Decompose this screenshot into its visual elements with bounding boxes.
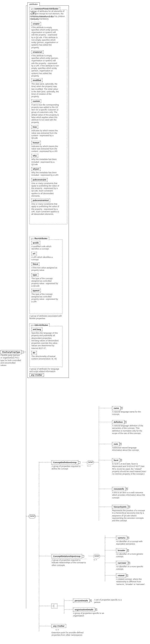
elem-desc: An identifier of a more specific concept… <box>116 566 148 570</box>
group-i18n-tab: grp i18nAttributes <box>29 323 50 327</box>
attr-desc: If the attribute is empty, specifies whi… <box>32 26 60 49</box>
group-flex-desc: A group of attributes associated with fl… <box>29 315 63 320</box>
conn <box>100 556 105 556</box>
elem-definition: definition <box>112 420 124 424</box>
group-flex-tab: grp flexAttributes <box>29 237 49 240</box>
attr-literal: literal <box>32 262 40 266</box>
conn <box>99 460 112 460</box>
elem-desc: A set of properties specific to a person <box>94 599 126 604</box>
attr-creator: creator <box>32 22 41 26</box>
any-attribute: any ##other <box>29 373 44 377</box>
attr-desc: The directionality of textual content (e… <box>32 355 60 360</box>
group-conceptrel: ConceptRelationshipsGroup <box>52 554 82 558</box>
conn <box>82 462 87 462</box>
attr-xmllang: xml:lang <box>32 328 42 331</box>
conn <box>39 462 52 462</box>
any-element: any ##other <box>52 624 66 628</box>
elem-remoteinfo: remoteInfo <box>112 487 126 491</box>
conn <box>99 507 112 507</box>
conn <box>99 489 112 489</box>
elem-desc: A link to an item or a web resource whic… <box>112 492 146 499</box>
attr-desc: Indicates by which means the value was e… <box>32 130 60 140</box>
conn <box>99 408 112 408</box>
sequence-compositor <box>93 554 100 558</box>
attr-typeuri: typeuri <box>32 289 41 292</box>
conn <box>64 610 73 610</box>
attr-whyuri: whyuri <box>32 167 40 171</box>
conn <box>58 606 64 606</box>
elem-desc: In NAR 1.8 and later, facet is deprecate… <box>112 463 147 475</box>
conn <box>24 352 26 352</box>
elem-hierarchyinfo: hierarchyInfo <box>112 505 128 509</box>
conn <box>105 575 116 576</box>
attr-type: type <box>32 273 38 277</box>
elem-broader: broader <box>116 548 127 552</box>
elem-desc: A related concept, where the relationshi… <box>116 578 150 586</box>
attr-modified: modified <box>32 78 42 82</box>
sequence-compositor <box>87 460 94 464</box>
cardinality: 0..∞ <box>56 629 59 631</box>
attr-desc: Why the metadata has been included - exp… <box>32 172 60 176</box>
attr-uri: uri <box>32 252 37 255</box>
elem-desc: An identifier of a concept with equivale… <box>116 540 148 546</box>
elem-desc: Represents the position of a concept in … <box>112 509 147 522</box>
elem-persondetails: personDetails <box>73 599 90 603</box>
cardinality: 0..∞ <box>88 465 91 467</box>
attr-desc: The type of the concept assigned as cont… <box>32 277 60 288</box>
elem-sameas: sameAs <box>116 536 127 540</box>
sequence-compositor <box>29 514 36 518</box>
conn <box>89 556 93 556</box>
conn <box>105 563 116 563</box>
attributes-tab: attributes <box>27 2 40 6</box>
group-common-desc: A group of attributes for all elements o… <box>30 10 66 20</box>
root-desc: Flexible party (person or organisation) … <box>0 354 22 367</box>
elem-related: related <box>116 574 126 578</box>
conn <box>99 406 99 520</box>
attr-desc: One or many constraints that apply to pu… <box>32 203 60 216</box>
conn <box>94 462 99 462</box>
attr-desc: The type of the concept assigned as cont… <box>32 293 60 303</box>
attr-desc: If the attribute is empty, specifies whi… <box>32 54 60 77</box>
conn <box>39 556 52 556</box>
elem-narrower: narrower <box>116 561 128 565</box>
attr-desc: One or many constraints that apply to pu… <box>32 182 60 198</box>
group-i18n-desc: A group of attributes for language and s… <box>29 368 63 373</box>
elem-orgdetails: organisationDetails <box>73 608 95 612</box>
attr-qcode: qcode <box>32 241 40 244</box>
elem-facet: facet <box>112 458 120 462</box>
group-common-tab: grp commonPowerAttributes <box>29 7 60 10</box>
elem-desc: A natural language definition of the sem… <box>112 424 146 435</box>
group-common: grp commonPowerAttributes idThe local id… <box>29 10 67 224</box>
attr-custom: custom <box>32 100 41 103</box>
elem-desc: A group of properties specific to an org… <box>73 612 109 617</box>
conn <box>99 422 112 422</box>
conn <box>36 516 39 516</box>
cardinality: 0..∞ <box>94 559 97 561</box>
any-desc: Extension point for provider-defined pro… <box>52 632 85 636</box>
conn <box>39 626 52 626</box>
attr-desc: The date (and, optionally, the time) whe… <box>32 83 60 98</box>
conn <box>105 536 105 581</box>
attr-desc: A free-text value assigned as property v… <box>32 266 60 272</box>
attr-creatoruri: creatoruri <box>32 50 44 54</box>
group-conceptrel-desc: A group of properites required to indica… <box>52 559 86 566</box>
attr-desc: Specifies the language of this property … <box>32 332 60 350</box>
elem-name: name <box>112 406 121 410</box>
conn <box>39 606 52 606</box>
conn <box>26 516 29 516</box>
attr-desc: Indicates by which means the value was e… <box>32 145 60 153</box>
conn <box>99 444 112 444</box>
elem-desc: An identifier of a more generic concept. <box>116 553 148 558</box>
conn <box>26 6 26 608</box>
attr-desc: Why the metadata has been included - exp… <box>32 158 60 166</box>
attr-desc: A URI which identifies a concept. <box>32 256 60 261</box>
attr-desc: If set to true the corresponding propert… <box>32 104 60 124</box>
elem-note: note <box>112 442 120 446</box>
attr-how: how <box>32 125 38 129</box>
attr-pubconstraint: pubconstraint <box>32 178 48 182</box>
attr-desc: A qualified code which identifies a conc… <box>32 245 60 250</box>
group-conceptdef-desc: A group of properites required to define… <box>52 465 83 470</box>
group-i18n: grp i18nAttributes xml:langSpecifies the… <box>29 326 63 367</box>
attr-dir: dir <box>32 351 37 354</box>
attr-pubconstrainturi: pubconstrainturi <box>32 198 50 202</box>
